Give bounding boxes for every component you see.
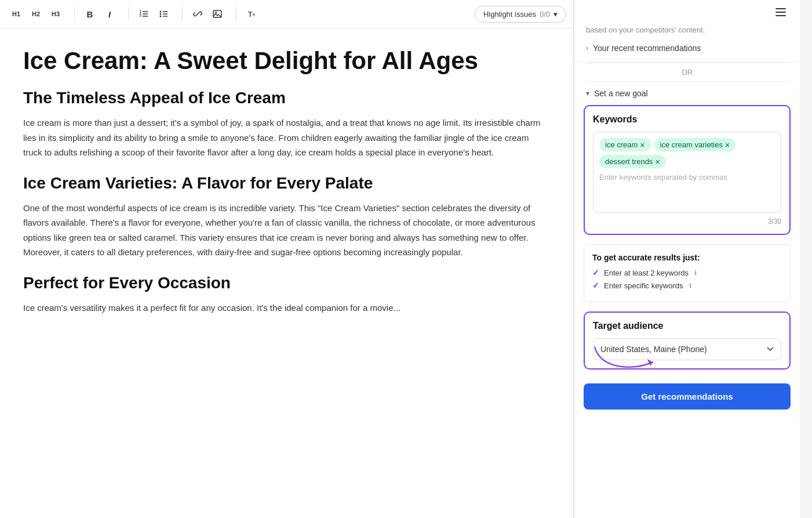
tip-1-text: Enter at least 2 keywords (604, 269, 689, 277)
image-button[interactable] (208, 5, 227, 23)
editor-content-area[interactable]: Ice Cream: A Sweet Delight for All Ages … (0, 28, 573, 518)
keywords-section: Keywords ice cream × ice cream varieties… (584, 105, 791, 235)
italic-button[interactable]: I (100, 5, 119, 23)
hamburger-line-1 (775, 8, 786, 9)
keyword-tag-3-label: dessert trends (605, 157, 653, 166)
target-audience-title: Target audience (593, 321, 781, 331)
keywords-placeholder: Enter keywords separated by commas (599, 173, 775, 182)
keyword-tag-3: dessert trends × (599, 155, 666, 168)
svg-marker-14 (647, 359, 653, 366)
tips-section: To get accurate results just: ✓ Enter at… (584, 244, 791, 302)
sidebar-top-text: based on your competitors' content. (586, 26, 788, 34)
tip-2-info-icon: ℹ (689, 282, 691, 289)
get-recommendations-wrapper: Get recommendations (574, 379, 800, 419)
separator-2 (128, 7, 129, 21)
toolbar: H1 H2 H3 B I 1 2 3 (0, 0, 573, 28)
keyword-tags-container: ice cream × ice cream varieties × desser… (599, 138, 775, 168)
tip-check-icon-2: ✓ (592, 281, 599, 290)
svg-point-6 (160, 11, 162, 13)
keywords-counter: 3/30 (593, 218, 781, 226)
sidebar-or-divider: OR (586, 63, 788, 82)
keyword-tag-1: ice cream × (599, 138, 651, 151)
keyword-tag-2: ice cream varieties × (654, 138, 736, 151)
article-h2-3: Perfect for Every Occasion (23, 274, 550, 292)
svg-point-7 (160, 13, 162, 15)
hamburger-line-2 (775, 12, 786, 13)
tip-1-info-icon: ℹ (694, 269, 697, 277)
link-button[interactable] (188, 5, 207, 23)
tip-item-2: ✓ Enter specific keywords ℹ (592, 281, 782, 290)
tip-check-icon-1: ✓ (592, 268, 599, 277)
set-new-goal-item[interactable]: ▾ Set a new goal (574, 82, 800, 105)
sidebar-top-section: based on your competitors' content. › Yo… (574, 19, 800, 63)
separator-1 (74, 7, 75, 21)
heading-group: H1 H2 H3 (7, 5, 65, 23)
keywords-input-area[interactable]: ice cream × ice cream varieties × desser… (593, 132, 781, 213)
curved-arrow-decoration (589, 340, 659, 375)
sidebar-header (574, 0, 800, 19)
keyword-tag-2-label: ice cream varieties (660, 140, 723, 149)
h2-button[interactable]: H2 (27, 5, 45, 23)
editor-container: H1 H2 H3 B I 1 2 3 (0, 0, 574, 518)
tip-2-text: Enter specific keywords (604, 281, 683, 290)
chevron-down-icon: ▾ (586, 89, 589, 97)
article-p2: One of the most wonderful aspects of ice… (23, 201, 550, 260)
article-p1: Ice cream is more than just a dessert; i… (23, 115, 550, 160)
keyword-tag-1-label: ice cream (605, 140, 638, 149)
h1-button[interactable]: H1 (7, 5, 26, 23)
insert-group (188, 5, 227, 23)
ordered-list-button[interactable]: 1 2 3 (134, 5, 153, 23)
bold-button[interactable]: B (81, 5, 99, 23)
keyword-tag-2-remove[interactable]: × (725, 141, 730, 149)
separator-3 (182, 7, 183, 21)
get-recommendations-button[interactable]: Get recommendations (584, 383, 791, 410)
article-h2-1: The Timeless Appeal of Ice Cream (23, 89, 550, 107)
highlight-label: Highlight issues (483, 10, 536, 19)
hamburger-line-3 (775, 15, 786, 16)
right-sidebar: based on your competitors' content. › Yo… (574, 0, 800, 518)
h3-button[interactable]: H3 (46, 5, 65, 23)
article-title: Ice Cream: A Sweet Delight for All Ages (23, 47, 550, 75)
tips-title: To get accurate results just: (592, 253, 782, 262)
format-group: B I (81, 5, 119, 23)
clear-formatting-button[interactable]: Tx (242, 5, 261, 23)
svg-text:3: 3 (140, 14, 141, 17)
chevron-right-icon: › (586, 44, 588, 52)
hamburger-menu-button[interactable] (771, 6, 791, 19)
article-p3: Ice cream's versatility makes it a perfe… (23, 300, 550, 316)
keywords-title: Keywords (593, 114, 781, 125)
highlight-count: 0/0 (540, 10, 550, 19)
set-new-goal-label: Set a new goal (594, 89, 648, 98)
keyword-tag-3-remove[interactable]: × (655, 158, 660, 166)
svg-point-8 (160, 16, 162, 17)
unordered-list-button[interactable] (154, 5, 173, 23)
tip-item-1: ✓ Enter at least 2 keywords ℹ (592, 268, 782, 277)
keyword-tag-1-remove[interactable]: × (640, 141, 644, 149)
article-h2-2: Ice Cream Varieties: A Flavor for Every … (23, 174, 550, 193)
recent-recommendations-label: Your recent recommendations (593, 44, 701, 53)
chevron-down-icon: ▾ (554, 10, 558, 19)
highlight-issues-button[interactable]: Highlight issues 0/0 ▾ (475, 6, 566, 23)
separator-4 (236, 7, 236, 21)
list-group: 1 2 3 (134, 5, 173, 23)
recent-recommendations-link[interactable]: › Your recent recommendations (586, 40, 788, 56)
svg-point-13 (215, 12, 217, 14)
